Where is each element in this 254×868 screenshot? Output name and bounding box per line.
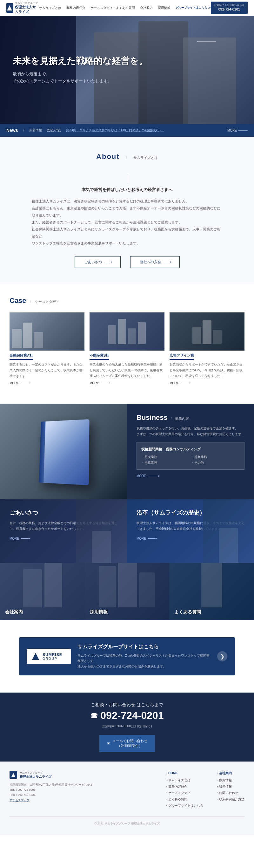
nav-group[interactable]: グループサイトはこちら ≫	[176, 6, 211, 10]
nav-cases[interactable]: ケーススタディ・よくある質問	[90, 6, 135, 10]
group-logo-name-1: SUMRISE	[42, 652, 62, 657]
info-panels: ごあいさつ 会計・税務の業務、および法律全般とその日頃でお迎えする経営相談を通し…	[0, 499, 254, 563]
footer-nav-recruit[interactable]: ・採用情報	[216, 778, 245, 782]
about-separator: /	[126, 155, 127, 160]
history-panel: 沿革（サムライズの歴史） 税理士法人サムライズは、福岡地域の中規模に引き、令のま…	[127, 499, 254, 563]
contact-title-prefix: ご相談・お問い合わせ はこちらまで	[13, 702, 241, 708]
business-header: Business / 業務内容	[137, 413, 245, 422]
footer-nav-home[interactable]: ・HOME	[165, 771, 203, 776]
business-image-area	[0, 404, 127, 499]
svg-marker-2	[11, 773, 15, 777]
case-grid: 金融保険業A社 開業するにも、一定のコストがかかります。また企業入力の際には一定…	[9, 312, 245, 385]
footer-nav-tax[interactable]: ・税務情報	[216, 784, 245, 789]
case-text-2: 事業承継のため法人成した新規取得事業を履歴、新し展開していただいた小規模への移動…	[89, 362, 165, 379]
header-cta[interactable]: お電話によるお問い合わせ 092-724-0201	[211, 2, 248, 14]
panel-person-silhouette-2	[219, 528, 238, 563]
image-card-faq[interactable]: よくある質問	[169, 563, 254, 620]
case-more-label-2: MORE	[89, 381, 99, 385]
news-article-link[interactable]: 第33回：ヤリナチ個業業務の年収は「138万円の壁」の勤務的扱い…	[66, 128, 222, 132]
about-greeting-button[interactable]: ごあいさつ	[75, 256, 121, 268]
image-card-3-overlay: よくある質問	[169, 563, 254, 620]
case-more-2[interactable]: MORE	[89, 381, 165, 385]
footer-copyright: © 2021 サムライズグループ 税理士法人サムライズ	[9, 816, 245, 826]
footer-nav-col-1: ・HOME ・サムライズとは ・業務内容紹介 ・ケーススタディ ・よくある質問 …	[165, 771, 203, 810]
case-section-header: Case / ケーススタディ	[9, 297, 245, 305]
footer-nav-cases2[interactable]: ・収入事例紹介方法	[216, 797, 245, 802]
greeting-more-label: MORE	[9, 537, 19, 540]
news-label: News	[6, 128, 18, 133]
figure-3	[183, 37, 236, 124]
footer-nav-contact[interactable]: ・お問い合わせ	[216, 791, 245, 795]
about-body: 税理士法人サムライズは、決算さや記帳さまの帳簿を計算するだけの税理士事務所ではあ…	[32, 198, 222, 247]
contact-phone-display: ☎ 092-724-0201	[13, 710, 241, 721]
group-banner[interactable]: SUMRISE GROUP サムライズグループサイトはこちら サムライズグループ…	[19, 637, 235, 675]
footer-nav-faq[interactable]: ・よくある質問	[165, 797, 203, 802]
contact-email-button[interactable]: ✉ メールでお問い合わせ （24時間受付）	[99, 735, 155, 752]
footer-nav-group[interactable]: ・グループサイトはこちら	[165, 804, 203, 808]
group-logo-icon	[31, 652, 40, 661]
about-header: About / サムライズとは	[26, 153, 229, 166]
image-card-company[interactable]: 会社案内	[0, 563, 85, 620]
image-card-recruit[interactable]: 採用情報	[85, 563, 170, 620]
group-logo: SUMRISE GROUP	[27, 649, 71, 664]
footer-tel: TEL：092-724-0201	[9, 787, 92, 793]
business-more[interactable]: MORE ›	[137, 474, 245, 478]
logo-text: サムライズグループ 税理士法人サムライズ	[15, 1, 39, 14]
about-join-button[interactable]: 当社への入会	[130, 256, 180, 268]
about-greeting-arrow	[104, 262, 111, 262]
main-nav: サムライズとは 業務内容紹介 ケーススタディ・よくある質問 会社案内 採用情報 …	[39, 6, 211, 10]
business-bg-image	[0, 404, 127, 499]
case-card-1: 金融保険業A社 開業するにも、一定のコストがかかります。また企業入力の際には一定…	[9, 312, 84, 385]
footer-nav-services[interactable]: ・業務内容紹介	[165, 784, 203, 789]
footer-address-text: 福岡県福岡市中央区天神2丁目14番8号福岡天神センタービル642	[9, 782, 92, 787]
case-more-arrow-2	[101, 383, 109, 383]
case-more-1[interactable]: MORE	[9, 381, 84, 385]
book-cover	[39, 419, 89, 485]
business-more-arrow-head: ›	[158, 473, 159, 478]
footer-logo: サムライズグループ 税理士法人サムライズ	[9, 771, 92, 779]
case-more-arrow-1	[21, 383, 29, 383]
business-title-ja: 業務内容	[175, 416, 189, 421]
case-card-2: 不動産業S社 事業承継のため法人成した新規取得事業を履歴、新し展開していただいた…	[89, 312, 165, 385]
group-banner-wrapper: SUMRISE GROUP サムライズグループサイトはこちら サムライズグループ…	[0, 620, 254, 692]
logo-name: 税理士法人サムライズ	[15, 5, 39, 14]
greeting-more-arrow-head: ›	[29, 536, 30, 540]
news-more[interactable]: MORE	[227, 129, 248, 132]
cta-phone: 092-724-0201	[214, 7, 245, 12]
about-section: About / サムライズとは 本気で経営を伸ばしたいとお考えの経営者さまへ 税…	[0, 137, 254, 284]
nav-recruit[interactable]: 採用情報	[158, 6, 171, 10]
case-title-en: Case	[9, 297, 26, 305]
about-title-ja: サムライズとは	[133, 155, 158, 160]
image-card-label-3: よくある質問	[174, 609, 201, 615]
footer-nav-about[interactable]: ・サムライズとは	[165, 778, 203, 782]
footer-nav-company[interactable]: ・会社案内	[216, 771, 245, 776]
case-text-3: 起業当初からサポートができていただいた企業さまと事業承継業について、今回まで相談…	[170, 362, 245, 379]
panel-right-bg-overlay	[203, 499, 254, 563]
hero-title: 未来を見据えた戦略的な経営を。	[13, 55, 148, 67]
footer-logo-info: サムライズグループ 税理士法人サムライズ 福岡県福岡市中央区天神2丁目14番8号…	[9, 771, 92, 810]
group-arrow-button[interactable]: ❯	[217, 651, 227, 661]
contact-section: ご相談・お問い合わせ はこちらまで ☎ 092-724-0201 営業時間 9:…	[0, 692, 254, 762]
case-label-2: 不動産業S社	[89, 353, 109, 360]
footer-fax: FAX：092-719-1534	[9, 793, 92, 798]
business-service-4: ・その他	[191, 461, 240, 465]
footer-map-link[interactable]: アクセスマップ	[9, 798, 92, 803]
hero-section: 未来を見据えた戦略的な経営を。 最初から最後まで。 その次のステージまでトータル…	[0, 16, 254, 124]
business-more-arrow: ›	[149, 476, 158, 476]
group-logo-icon-area	[31, 652, 40, 661]
nav-company[interactable]: 会社案内	[140, 6, 153, 10]
header-logo: サムライズグループ 税理士法人サムライズ	[6, 1, 39, 14]
contact-hours: 営業時間 9:00-18:00(土日祝日除く)	[13, 724, 241, 728]
nav-services[interactable]: 業務内容紹介	[66, 6, 85, 10]
footer-nav-cases[interactable]: ・ケーススタディ	[165, 791, 203, 795]
news-divider: /	[23, 128, 24, 132]
case-title-ja: ケーススタディ	[35, 300, 59, 304]
case-label-1: 金融保険業A社	[9, 353, 33, 360]
hero-subtitle: 最初から最後まで。 その次のステージまでトータルサポートいたします。	[13, 70, 148, 85]
news-bar: News / 新着情報 2021/7/21 第33回：ヤリナチ個業業務の年収は「…	[0, 124, 254, 137]
nav-about[interactable]: サムライズとは	[39, 6, 61, 10]
site-footer: サムライズグループ 税理士法人サムライズ 福岡県福岡市中央区天神2丁目14番8号…	[0, 762, 254, 835]
case-more-3[interactable]: MORE	[170, 381, 245, 385]
news-sublabel: 新着情報	[29, 128, 42, 132]
about-body-text: 税理士法人サムライズは、決算さや記帳さまの帳簿を計算するだけの税理士事務所ではあ…	[32, 198, 222, 247]
